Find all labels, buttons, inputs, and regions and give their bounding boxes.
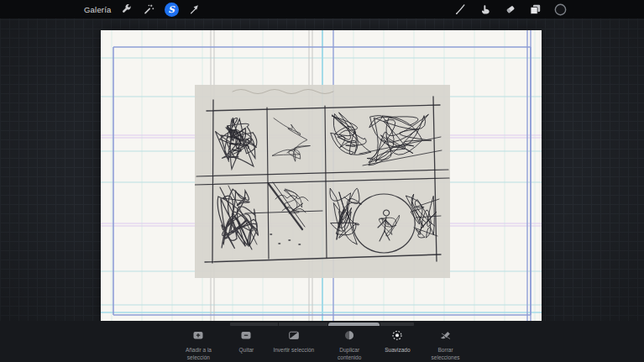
- mode-automatico[interactable]: Automático: [230, 323, 279, 326]
- paintbrush-icon[interactable]: [453, 3, 466, 16]
- action-label: Quitar: [239, 347, 254, 354]
- action-label: Suavizado: [385, 347, 410, 354]
- selection-tool-active-icon[interactable]: S: [165, 3, 179, 17]
- wrench-icon[interactable]: [121, 3, 134, 16]
- mode-forma-libre[interactable]: Forma libre: [279, 323, 327, 326]
- adjustments-magic-wand-icon[interactable]: [143, 3, 155, 16]
- plus-square-icon: [192, 329, 204, 344]
- action-label: Borrar selecciones: [425, 347, 467, 362]
- smudge-finger-icon[interactable]: [479, 3, 491, 16]
- action-invertir-seleccion[interactable]: Invertir selección: [273, 329, 314, 354]
- duplicate-circle-icon: [343, 329, 355, 344]
- action-borrar-selecciones[interactable]: Borrar selecciones: [425, 329, 467, 362]
- procreate-screen: Galería S: [0, 0, 644, 362]
- selection-mode-group: AutomáticoForma libreRectánguloElipse: [229, 323, 415, 326]
- reference-sketch-paper: [195, 85, 450, 278]
- action-duplicar-contenido[interactable]: Duplicar contenido: [328, 329, 370, 362]
- toolbar-right-group: [453, 0, 567, 18]
- action-anadir-a-la-seleccion[interactable]: Añadir a la selección: [177, 329, 219, 362]
- action-suavizado[interactable]: Suavizado: [385, 329, 410, 354]
- mode-elipse[interactable]: Elipse: [380, 323, 414, 326]
- top-toolbar: Galería S: [0, 0, 644, 18]
- action-label: Duplicar contenido: [328, 347, 370, 362]
- layers-icon[interactable]: [529, 3, 542, 16]
- selection-toolbar: AutomáticoForma libreRectánguloElipse Añ…: [0, 321, 644, 362]
- invert-square-icon: [288, 329, 300, 344]
- selection-actions-row: Añadir a la selecciónQuitarInvertir sele…: [177, 329, 466, 362]
- feather-dot-icon: [391, 329, 403, 344]
- action-quitar[interactable]: Quitar: [233, 329, 259, 354]
- transform-arrow-icon[interactable]: [188, 3, 201, 16]
- action-label: Invertir selección: [273, 347, 314, 354]
- comic-thumbnail-sketch: [195, 85, 450, 278]
- canvas[interactable]: [101, 30, 542, 322]
- minus-square-icon: [240, 329, 252, 344]
- mode-rectangulo[interactable]: Rectángulo: [328, 323, 380, 326]
- gallery-button[interactable]: Galería: [84, 5, 112, 14]
- toolbar-left-group: Galería S: [84, 3, 201, 17]
- sweep-brush-icon: [440, 329, 452, 344]
- action-label: Añadir a la selección: [177, 347, 219, 362]
- color-swatch-icon[interactable]: [554, 3, 567, 16]
- eraser-icon[interactable]: [504, 3, 516, 16]
